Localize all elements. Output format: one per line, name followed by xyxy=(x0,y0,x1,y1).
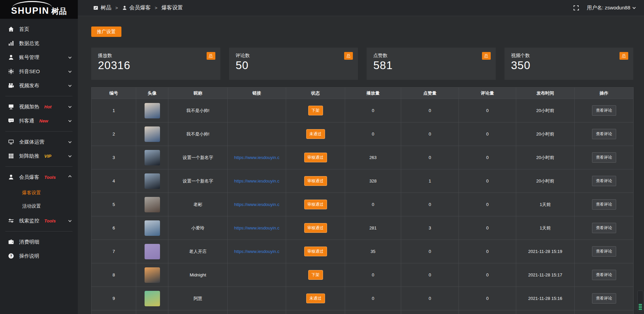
cell-likes xyxy=(401,310,459,314)
cell-publish-time: 20小时前 xyxy=(516,122,575,146)
sidebar: SHUPIN 树品 首页数据总览账号管理抖音SEO视频发布视频加热Hot抖客通N… xyxy=(0,0,78,314)
stat-cards: 播放数 20316 总 评论数 50 总 点赞数 581 总 视频个数 350 … xyxy=(91,48,633,80)
view-comments-button[interactable]: 查看评论 xyxy=(592,105,616,116)
view-comments-button[interactable]: 查看评论 xyxy=(592,152,616,163)
column-header: 头像 xyxy=(136,88,168,99)
cell-avatar xyxy=(136,240,168,263)
sidebar-item-16[interactable]: ?操作说明 xyxy=(0,249,78,263)
view-comments-button[interactable]: 查看评论 xyxy=(592,270,616,280)
home-icon xyxy=(8,26,14,32)
table-row: 7 老人开店 https://www.iesdouyin.c 审核通过 35 0… xyxy=(92,240,634,263)
avatar xyxy=(145,291,160,306)
cell-comments: 0 xyxy=(459,240,516,263)
view-comments-button[interactable]: 查看评论 xyxy=(592,223,616,233)
sidebar-badge: Hot xyxy=(44,104,52,109)
cell-avatar xyxy=(136,193,168,216)
status-badge: 下架 xyxy=(308,106,323,115)
sidebar-item-label: 会员爆客 xyxy=(19,174,39,180)
sidebar-item-label: 全媒体运营 xyxy=(19,139,44,145)
sidebar-item-label: 线索监控 xyxy=(19,218,39,224)
cell-comments: 0 xyxy=(459,169,516,193)
column-header: 编号 xyxy=(92,88,136,99)
sidebar-item-3[interactable]: 抖音SEO xyxy=(0,64,78,78)
chevron-down-icon xyxy=(68,140,72,143)
avatar xyxy=(145,244,160,259)
breadcrumb-item[interactable]: 爆客设置 xyxy=(161,4,183,11)
video-link[interactable]: https://www.iesdouyin.c xyxy=(234,225,279,230)
nav-divider xyxy=(5,131,72,132)
promotion-settings-button[interactable]: 推广设置 xyxy=(91,27,121,37)
username-label: 用户名: zswodun88 xyxy=(587,5,630,11)
table-row: 5 老彬 https://www.iesdouyin.c 审核通过 0 0 0 … xyxy=(92,193,634,216)
sidebar-item-label: 视频加热 xyxy=(19,104,39,110)
cell-status: 审核通过 xyxy=(286,216,345,240)
chevron-down-icon xyxy=(68,219,72,222)
top-bar: 树品>会员爆客>爆客设置 用户名: zswodun88 xyxy=(78,0,644,16)
view-comments-button[interactable]: 查看评论 xyxy=(592,176,616,186)
avatar xyxy=(145,197,160,212)
cell-avatar xyxy=(136,169,168,193)
sidebar-item-4[interactable]: 视频发布 xyxy=(0,78,78,93)
cell-nickname: 老人开店 xyxy=(168,240,228,263)
sidebar-item-0[interactable]: 首页 xyxy=(0,22,78,36)
sidebar-item-6[interactable]: 视频加热Hot xyxy=(0,100,78,114)
status-badge: 审核通过 xyxy=(304,176,327,186)
avatar xyxy=(145,267,160,283)
cell-action: 查看评论 xyxy=(575,240,634,263)
view-comments-button[interactable]: 查看评论 xyxy=(592,129,616,139)
monitor-icon xyxy=(8,139,14,145)
grid-icon xyxy=(8,153,14,159)
video-link[interactable]: https://www.iesdouyin.c xyxy=(234,178,279,184)
sidebar-badge: VIP xyxy=(44,154,51,159)
cell-likes: 3 xyxy=(401,216,459,240)
sidebar-item-13[interactable]: 线索监控Tools xyxy=(0,214,78,228)
cell-id xyxy=(92,310,136,314)
view-comments-button[interactable]: 查看评论 xyxy=(592,246,616,257)
view-comments-button[interactable]: 查看评论 xyxy=(592,293,616,304)
stat-label: 视频个数 xyxy=(511,53,627,59)
cell-action: 查看评论 xyxy=(575,122,634,146)
video-link[interactable]: https://www.iesdouyin.c xyxy=(234,249,279,254)
cell-likes: 0 xyxy=(401,146,459,169)
nav-divider xyxy=(5,231,72,231)
status-badge: 审核通过 xyxy=(304,223,327,233)
sidebar-item-1[interactable]: 数据总览 xyxy=(0,36,78,50)
sidebar-item-9[interactable]: 全媒体运营 xyxy=(0,135,78,149)
cell-likes: 0 xyxy=(401,122,459,146)
sliders-icon xyxy=(8,218,14,224)
sidebar-subitem[interactable]: 活动设置 xyxy=(0,200,78,213)
fullscreen-icon[interactable] xyxy=(573,5,579,11)
cell-nickname: 我不是小帅! xyxy=(168,122,228,146)
chevron-down-icon xyxy=(633,6,636,9)
sidebar-item-2[interactable]: 账号管理 xyxy=(0,50,78,64)
wallet-icon xyxy=(8,239,14,245)
sidebar-item-12[interactable]: 会员爆客Tools xyxy=(0,170,78,184)
user-icon xyxy=(122,5,127,10)
stat-total-badge: 总 xyxy=(207,52,215,60)
cell-comments: 0 xyxy=(459,263,516,287)
sidebar-subitem[interactable]: 爆客设置 xyxy=(0,186,78,200)
table-header-row: 编号头像昵称链接状态播放量点赞量评论量发布时间操作 xyxy=(92,88,634,99)
breadcrumb-item[interactable]: 树品 xyxy=(93,4,111,11)
user-menu[interactable]: 用户名: zswodun88 xyxy=(587,5,635,11)
floating-helper-widget[interactable] xyxy=(637,291,643,311)
status-badge: 下架 xyxy=(308,270,323,280)
cell-publish-time: 20小时前 xyxy=(516,169,575,193)
stat-card: 播放数 20316 总 xyxy=(91,48,220,80)
sidebar-item-label: 视频发布 xyxy=(19,83,39,89)
cell-action: 查看评论 xyxy=(575,169,634,193)
sidebar-item-10[interactable]: 矩阵助推VIP xyxy=(0,149,78,163)
videos-table: 编号头像昵称链接状态播放量点赞量评论量发布时间操作 1 我不是小帅! 下架 0 … xyxy=(91,87,634,314)
cell-id: 2 xyxy=(92,122,136,146)
table-row: 4 设置一个新名字 https://www.iesdouyin.c 审核通过 3… xyxy=(92,169,634,193)
cell-link: https://www.iesdouyin.c xyxy=(228,169,286,193)
view-comments-button[interactable]: 查看评论 xyxy=(592,199,616,210)
cell-action xyxy=(575,310,634,314)
video-link[interactable]: https://www.iesdouyin.c xyxy=(234,202,279,207)
breadcrumb-item[interactable]: 会员爆客 xyxy=(122,4,151,11)
sidebar-item-15[interactable]: 消费明细 xyxy=(0,235,78,249)
sidebar-item-7[interactable]: 抖客通New xyxy=(0,114,78,128)
video-link[interactable]: https://www.iesdouyin.c xyxy=(234,155,279,160)
chevron-down-icon xyxy=(68,154,72,157)
cell-comments: 0 xyxy=(459,122,516,146)
